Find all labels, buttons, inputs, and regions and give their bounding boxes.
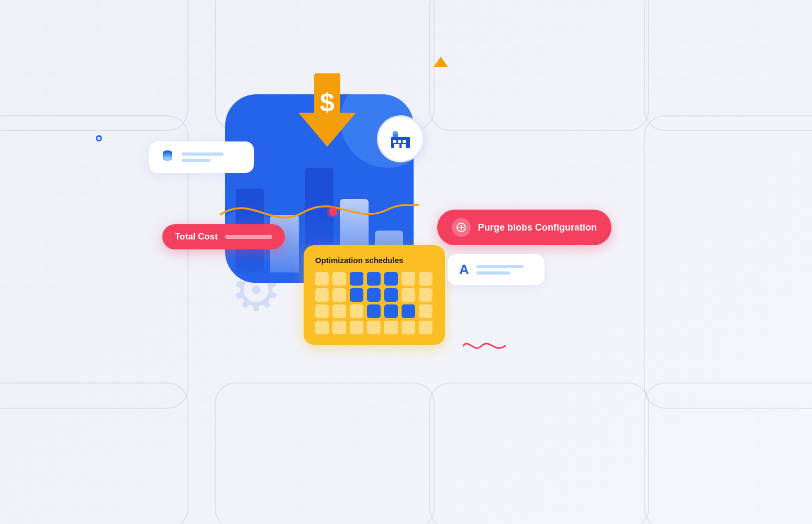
database-icon (161, 149, 174, 166)
total-cost-bar (225, 235, 272, 239)
sday-2-6 (402, 288, 415, 302)
sday-2-2 (332, 288, 346, 302)
db-line-1 (182, 152, 224, 156)
azure-card: A (448, 254, 544, 285)
sday-4-4 (367, 321, 381, 334)
azure-a-letter: A (459, 261, 469, 278)
sday-3-3 (350, 304, 363, 318)
sday-4-7 (419, 321, 432, 334)
sday-3-4 (367, 304, 381, 318)
azure-line-1 (476, 265, 524, 268)
triangle-decoration (433, 57, 448, 67)
purge-blobs-label: Purge blobs Configuration (478, 222, 597, 233)
sday-1-6 (402, 272, 415, 286)
database-card (149, 141, 254, 173)
sday-3-7 (419, 304, 432, 318)
total-cost-card: Total Cost (162, 224, 285, 249)
wave-dot (329, 208, 337, 216)
sday-4-1 (315, 321, 329, 334)
svg-rect-4 (394, 144, 399, 148)
sday-1-1 (315, 272, 329, 286)
svg-rect-2 (398, 140, 401, 143)
sday-1-7 (419, 272, 432, 286)
sday-2-3 (350, 288, 363, 302)
optimization-schedule-card: Optimization schedules (304, 245, 445, 345)
azure-card-lines (476, 265, 533, 275)
sday-2-5 (384, 288, 398, 302)
sday-4-3 (350, 321, 363, 334)
svg-point-15 (163, 157, 172, 161)
db-line-2 (182, 159, 210, 162)
wavy-decoration (461, 335, 508, 354)
sday-4-6 (402, 321, 415, 334)
purge-blobs-card[interactable]: Purge blobs Configuration (437, 210, 611, 245)
sday-3-5 (384, 304, 398, 318)
sday-2-7 (419, 288, 432, 302)
sday-2-1 (315, 288, 329, 302)
sday-3-1 (315, 304, 329, 318)
total-cost-label: Total Cost (175, 232, 218, 242)
sday-1-5 (384, 272, 398, 286)
purge-icon (452, 218, 471, 237)
main-scene: ⚙ $ (0, 0, 812, 524)
svg-rect-5 (402, 144, 406, 148)
sday-4-5 (384, 321, 398, 334)
sday-2-4 (367, 288, 381, 302)
schedule-grid (315, 272, 433, 334)
sday-3-2 (332, 304, 346, 318)
azure-factory-icon (377, 115, 424, 162)
svg-rect-1 (393, 140, 396, 143)
sday-1-3 (350, 272, 363, 286)
svg-rect-3 (403, 140, 406, 143)
dollar-arrow: $ (298, 73, 356, 149)
sday-1-4 (367, 272, 381, 286)
svg-point-8 (393, 131, 398, 134)
schedule-title: Optimization schedules (315, 256, 433, 265)
azure-line-2 (476, 271, 510, 275)
sday-3-6 (402, 304, 415, 318)
sday-1-2 (332, 272, 346, 286)
database-card-lines (182, 152, 224, 162)
sday-4-2 (332, 321, 346, 334)
dot-decoration (96, 135, 102, 141)
